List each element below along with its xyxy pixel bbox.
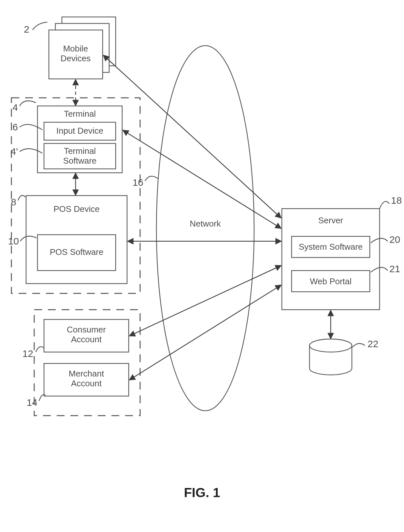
conn-consumer-server [130, 266, 281, 336]
ref-18: 18 [391, 195, 402, 206]
ref-2: 2 [24, 24, 29, 35]
network-label: Network [190, 219, 221, 229]
svg-point-7 [310, 339, 352, 352]
pos-device-box: POS Device POS Software [26, 196, 127, 284]
input-device-label: Input Device [56, 126, 104, 136]
consumer-account-text-2: Account [71, 334, 102, 344]
mobile-devices-text-2: Devices [61, 53, 91, 63]
mobile-devices-group: Mobile Devices [0, 0, 116, 79]
terminal-box: Terminal Input Device Terminal Software [37, 106, 122, 173]
merchant-account-text-1: Merchant [69, 369, 104, 378]
ref-22: 22 [368, 338, 378, 349]
diagram-canvas: Network Mobile Devices 2 Terminal Input … [0, 0, 404, 532]
consumer-account-text-1: Consumer [67, 325, 106, 334]
conn-merchant-server [130, 285, 281, 380]
ref-8: 8 [11, 197, 16, 207]
ref-4p: 4' [11, 146, 18, 157]
ref-21: 21 [389, 263, 400, 274]
server-box: Server System Software Web Portal [282, 209, 380, 310]
system-software-label: System Software [299, 242, 363, 252]
mobile-devices-text-1: Mobile [63, 44, 88, 53]
ref-16: 16 [133, 177, 143, 188]
merchant-account-text-2: Account [71, 378, 102, 388]
ref-10: 10 [8, 236, 19, 246]
database-icon [310, 339, 352, 375]
terminal-software-text-1: Terminal [64, 146, 96, 156]
ref-12: 12 [22, 348, 33, 359]
terminal-label: Terminal [64, 109, 96, 119]
web-portal-label: Web Portal [310, 276, 352, 286]
pos-device-label: POS Device [53, 204, 100, 214]
ref-14: 14 [27, 397, 37, 408]
ref-6: 6 [12, 122, 18, 132]
conn-mobile-server [104, 55, 281, 218]
pos-software-label: POS Software [50, 247, 104, 257]
server-label: Server [318, 215, 343, 225]
terminal-software-text-2: Software [63, 156, 97, 166]
ref-20: 20 [389, 234, 400, 245]
ref-4: 4 [12, 102, 18, 113]
figure-title: FIG. 1 [184, 485, 220, 500]
